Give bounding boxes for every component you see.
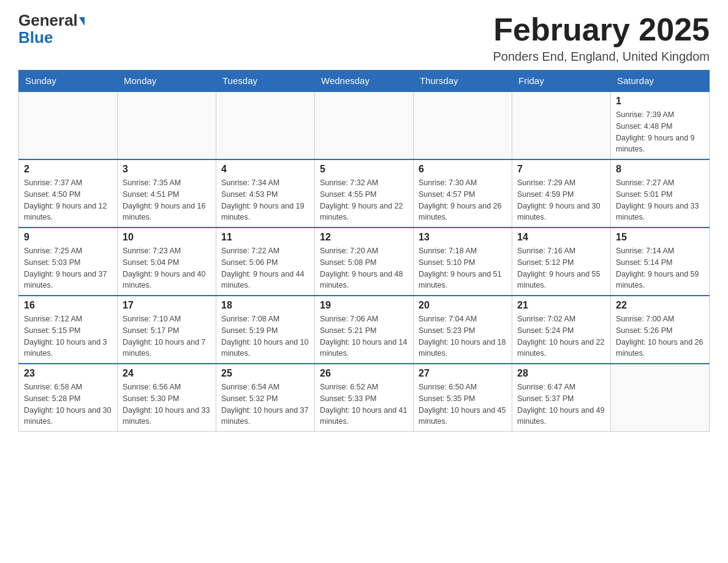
calendar-cell: 22Sunrise: 7:00 AMSunset: 5:26 PMDayligh… — [611, 296, 710, 364]
day-number: 5 — [320, 164, 408, 175]
week-row-5: 23Sunrise: 6:58 AMSunset: 5:28 PMDayligh… — [19, 364, 710, 432]
calendar-header-sunday: Sunday — [19, 71, 118, 92]
calendar-cell: 27Sunrise: 6:50 AMSunset: 5:35 PMDayligh… — [414, 364, 512, 432]
calendar-cell: 23Sunrise: 6:58 AMSunset: 5:28 PMDayligh… — [19, 364, 118, 432]
calendar-cell: 19Sunrise: 7:06 AMSunset: 5:21 PMDayligh… — [315, 296, 414, 364]
day-info: Sunrise: 6:52 AMSunset: 5:33 PMDaylight:… — [320, 381, 408, 427]
calendar-cell: 2Sunrise: 7:37 AMSunset: 4:50 PMDaylight… — [19, 159, 118, 228]
day-info: Sunrise: 6:56 AMSunset: 5:30 PMDaylight:… — [123, 381, 211, 427]
day-info: Sunrise: 7:27 AMSunset: 5:01 PMDaylight:… — [616, 177, 704, 223]
day-number: 12 — [320, 232, 408, 243]
calendar-cell: 25Sunrise: 6:54 AMSunset: 5:32 PMDayligh… — [216, 364, 315, 432]
calendar-cell: 24Sunrise: 6:56 AMSunset: 5:30 PMDayligh… — [118, 364, 216, 432]
calendar-cell — [414, 91, 512, 159]
calendar-header-tuesday: Tuesday — [216, 71, 315, 92]
day-info: Sunrise: 7:37 AMSunset: 4:50 PMDaylight:… — [24, 177, 112, 223]
calendar-header-thursday: Thursday — [414, 71, 512, 92]
day-number: 18 — [221, 300, 309, 311]
logo-blue: Blue — [18, 29, 53, 45]
day-number: 14 — [517, 232, 605, 243]
calendar-cell: 4Sunrise: 7:34 AMSunset: 4:53 PMDaylight… — [216, 159, 315, 228]
day-info: Sunrise: 7:25 AMSunset: 5:03 PMDaylight:… — [24, 245, 112, 291]
calendar-cell: 5Sunrise: 7:32 AMSunset: 4:55 PMDaylight… — [315, 159, 414, 228]
title-area: February 2025 Ponders End, England, Unit… — [493, 12, 710, 64]
calendar-cell — [216, 91, 315, 159]
day-info: Sunrise: 7:29 AMSunset: 4:59 PMDaylight:… — [517, 177, 605, 223]
day-number: 4 — [221, 164, 309, 175]
day-number: 15 — [616, 232, 704, 243]
day-number: 13 — [419, 232, 507, 243]
day-number: 8 — [616, 164, 704, 175]
day-number: 3 — [123, 164, 211, 175]
calendar-cell: 1Sunrise: 7:39 AMSunset: 4:48 PMDaylight… — [611, 91, 710, 159]
calendar-header-friday: Friday — [512, 71, 611, 92]
calendar-cell: 6Sunrise: 7:30 AMSunset: 4:57 PMDaylight… — [414, 159, 512, 228]
day-number: 22 — [616, 300, 704, 311]
day-info: Sunrise: 7:30 AMSunset: 4:57 PMDaylight:… — [419, 177, 507, 223]
day-number: 10 — [123, 232, 211, 243]
day-number: 2 — [24, 164, 112, 175]
calendar-header-row: SundayMondayTuesdayWednesdayThursdayFrid… — [19, 71, 710, 92]
calendar-cell: 15Sunrise: 7:14 AMSunset: 5:14 PMDayligh… — [611, 228, 710, 296]
day-info: Sunrise: 7:23 AMSunset: 5:04 PMDaylight:… — [123, 245, 211, 291]
calendar-cell: 20Sunrise: 7:04 AMSunset: 5:23 PMDayligh… — [414, 296, 512, 364]
calendar-cell: 11Sunrise: 7:22 AMSunset: 5:06 PMDayligh… — [216, 228, 315, 296]
calendar-cell: 26Sunrise: 6:52 AMSunset: 5:33 PMDayligh… — [315, 364, 414, 432]
day-number: 1 — [616, 96, 704, 107]
day-number: 21 — [517, 300, 605, 311]
day-info: Sunrise: 7:39 AMSunset: 4:48 PMDaylight:… — [616, 109, 704, 155]
calendar-cell: 21Sunrise: 7:02 AMSunset: 5:24 PMDayligh… — [512, 296, 611, 364]
day-number: 26 — [320, 368, 408, 379]
calendar-cell — [611, 364, 710, 432]
calendar-cell: 18Sunrise: 7:08 AMSunset: 5:19 PMDayligh… — [216, 296, 315, 364]
day-info: Sunrise: 7:34 AMSunset: 4:53 PMDaylight:… — [221, 177, 309, 223]
calendar-cell: 10Sunrise: 7:23 AMSunset: 5:04 PMDayligh… — [118, 228, 216, 296]
day-info: Sunrise: 7:06 AMSunset: 5:21 PMDaylight:… — [320, 313, 408, 359]
day-number: 25 — [221, 368, 309, 379]
location: Ponders End, England, United Kingdom — [493, 50, 710, 64]
calendar-cell: 28Sunrise: 6:47 AMSunset: 5:37 PMDayligh… — [512, 364, 611, 432]
calendar-cell: 3Sunrise: 7:35 AMSunset: 4:51 PMDaylight… — [118, 159, 216, 228]
calendar-cell: 12Sunrise: 7:20 AMSunset: 5:08 PMDayligh… — [315, 228, 414, 296]
calendar-header-monday: Monday — [118, 71, 216, 92]
day-info: Sunrise: 6:54 AMSunset: 5:32 PMDaylight:… — [221, 381, 309, 427]
calendar-cell: 8Sunrise: 7:27 AMSunset: 5:01 PMDaylight… — [611, 159, 710, 228]
day-number: 19 — [320, 300, 408, 311]
day-number: 7 — [517, 164, 605, 175]
day-info: Sunrise: 7:02 AMSunset: 5:24 PMDaylight:… — [517, 313, 605, 359]
logo-general: General — [18, 12, 85, 28]
logo: General Blue — [18, 12, 85, 45]
logo-triangle-icon — [79, 17, 85, 26]
week-row-1: 1Sunrise: 7:39 AMSunset: 4:48 PMDaylight… — [19, 91, 710, 159]
day-info: Sunrise: 7:18 AMSunset: 5:10 PMDaylight:… — [419, 245, 507, 291]
day-number: 28 — [517, 368, 605, 379]
calendar-cell: 7Sunrise: 7:29 AMSunset: 4:59 PMDaylight… — [512, 159, 611, 228]
day-info: Sunrise: 7:00 AMSunset: 5:26 PMDaylight:… — [616, 313, 704, 359]
day-info: Sunrise: 6:47 AMSunset: 5:37 PMDaylight:… — [517, 381, 605, 427]
calendar-cell: 16Sunrise: 7:12 AMSunset: 5:15 PMDayligh… — [19, 296, 118, 364]
day-info: Sunrise: 7:32 AMSunset: 4:55 PMDaylight:… — [320, 177, 408, 223]
day-number: 27 — [419, 368, 507, 379]
calendar-header-wednesday: Wednesday — [315, 71, 414, 92]
calendar-table: SundayMondayTuesdayWednesdayThursdayFrid… — [18, 70, 710, 432]
day-info: Sunrise: 7:20 AMSunset: 5:08 PMDaylight:… — [320, 245, 408, 291]
day-number: 20 — [419, 300, 507, 311]
calendar-cell — [19, 91, 118, 159]
day-number: 6 — [419, 164, 507, 175]
calendar-cell: 13Sunrise: 7:18 AMSunset: 5:10 PMDayligh… — [414, 228, 512, 296]
day-number: 11 — [221, 232, 309, 243]
day-info: Sunrise: 7:14 AMSunset: 5:14 PMDaylight:… — [616, 245, 704, 291]
week-row-3: 9Sunrise: 7:25 AMSunset: 5:03 PMDaylight… — [19, 228, 710, 296]
calendar-cell: 17Sunrise: 7:10 AMSunset: 5:17 PMDayligh… — [118, 296, 216, 364]
calendar-cell: 14Sunrise: 7:16 AMSunset: 5:12 PMDayligh… — [512, 228, 611, 296]
week-row-4: 16Sunrise: 7:12 AMSunset: 5:15 PMDayligh… — [19, 296, 710, 364]
week-row-2: 2Sunrise: 7:37 AMSunset: 4:50 PMDaylight… — [19, 159, 710, 228]
calendar-header-saturday: Saturday — [611, 71, 710, 92]
day-info: Sunrise: 6:50 AMSunset: 5:35 PMDaylight:… — [419, 381, 507, 427]
day-number: 17 — [123, 300, 211, 311]
day-info: Sunrise: 7:16 AMSunset: 5:12 PMDaylight:… — [517, 245, 605, 291]
day-info: Sunrise: 6:58 AMSunset: 5:28 PMDaylight:… — [24, 381, 112, 427]
calendar-cell — [315, 91, 414, 159]
day-info: Sunrise: 7:08 AMSunset: 5:19 PMDaylight:… — [221, 313, 309, 359]
day-info: Sunrise: 7:04 AMSunset: 5:23 PMDaylight:… — [419, 313, 507, 359]
